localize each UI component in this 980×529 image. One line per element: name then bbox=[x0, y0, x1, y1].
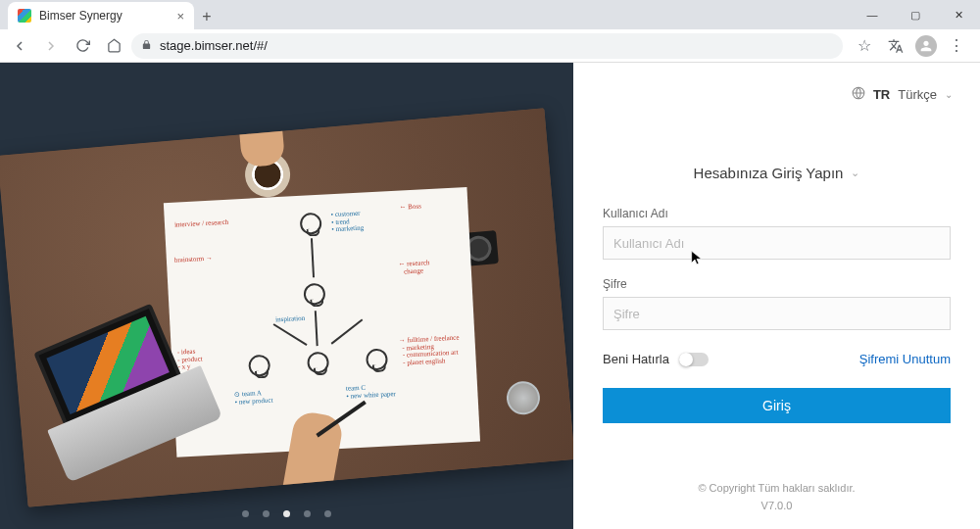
password-input[interactable] bbox=[603, 297, 951, 330]
carousel-dot[interactable] bbox=[304, 510, 311, 517]
window-maximize-button[interactable]: ▢ bbox=[894, 0, 937, 29]
language-name: Türkçe bbox=[898, 87, 937, 102]
window-minimize-button[interactable]: — bbox=[851, 0, 894, 29]
username-label: Kullanıcı Adı bbox=[603, 207, 951, 220]
version-text: V7.0.0 bbox=[573, 500, 980, 511]
language-code: TR bbox=[873, 87, 890, 102]
language-selector[interactable]: TR Türkçe ⌄ bbox=[852, 86, 953, 103]
remember-me: Beni Hatırla bbox=[603, 352, 709, 366]
hero-carousel: interview / research • customer• trend• … bbox=[0, 63, 573, 529]
browser-toolbar: stage.bimser.net/#/ ☆ ⋮ bbox=[0, 29, 980, 63]
address-bar[interactable]: stage.bimser.net/#/ bbox=[131, 33, 843, 59]
carousel-dot[interactable] bbox=[263, 510, 270, 517]
browser-titlebar: Bimser Synergy × + — ▢ ✕ bbox=[0, 0, 980, 29]
login-panel: TR Türkçe ⌄ Hesabınıza Giriş Yapın ⌄ Kul… bbox=[573, 63, 980, 529]
tab-close-icon[interactable]: × bbox=[176, 9, 184, 24]
login-title[interactable]: Hesabınıza Giriş Yapın ⌄ bbox=[603, 165, 951, 181]
password-label: Şifre bbox=[603, 277, 951, 291]
remember-label: Beni Hatırla bbox=[603, 352, 669, 366]
favicon-icon bbox=[18, 9, 31, 23]
chevron-down-icon: ⌄ bbox=[945, 89, 953, 100]
page-content: interview / research • customer• trend• … bbox=[0, 63, 980, 529]
hero-image: interview / research • customer• trend• … bbox=[0, 108, 573, 506]
bookmark-star-icon[interactable]: ☆ bbox=[853, 34, 876, 58]
chevron-down-icon: ⌄ bbox=[851, 167, 859, 179]
nav-forward-button[interactable] bbox=[37, 32, 65, 60]
remember-toggle[interactable] bbox=[679, 353, 709, 366]
password-field: Şifre bbox=[603, 277, 951, 330]
username-input[interactable] bbox=[603, 226, 951, 260]
forgot-password-link[interactable]: Şifremi Unuttum bbox=[859, 352, 951, 366]
new-tab-button[interactable]: + bbox=[194, 4, 220, 29]
nav-back-button[interactable] bbox=[6, 32, 33, 60]
url-text: stage.bimser.net/#/ bbox=[160, 38, 268, 53]
browser-tab[interactable]: Bimser Synergy × bbox=[8, 2, 194, 29]
carousel-dots bbox=[0, 510, 573, 517]
carousel-dot[interactable] bbox=[242, 510, 249, 517]
nav-home-button[interactable] bbox=[100, 32, 127, 60]
carousel-dot[interactable] bbox=[324, 510, 331, 517]
kebab-menu-icon[interactable]: ⋮ bbox=[945, 34, 968, 58]
username-field: Kullanıcı Adı bbox=[603, 207, 951, 260]
lock-icon bbox=[141, 39, 152, 53]
copyright-text: © Copyright Tüm hakları saklıdır. bbox=[573, 482, 980, 494]
window-controls: — ▢ ✕ bbox=[851, 0, 980, 29]
window-close-button[interactable]: ✕ bbox=[937, 0, 980, 29]
login-button[interactable]: Giriş bbox=[603, 388, 951, 423]
profile-avatar-icon[interactable] bbox=[915, 35, 937, 57]
globe-icon bbox=[852, 86, 865, 103]
translate-icon[interactable] bbox=[884, 34, 907, 58]
footer: © Copyright Tüm hakları saklıdır. V7.0.0 bbox=[573, 482, 980, 511]
nav-reload-button[interactable] bbox=[69, 32, 96, 60]
tab-title: Bimser Synergy bbox=[39, 9, 122, 23]
carousel-dot[interactable] bbox=[283, 510, 290, 517]
